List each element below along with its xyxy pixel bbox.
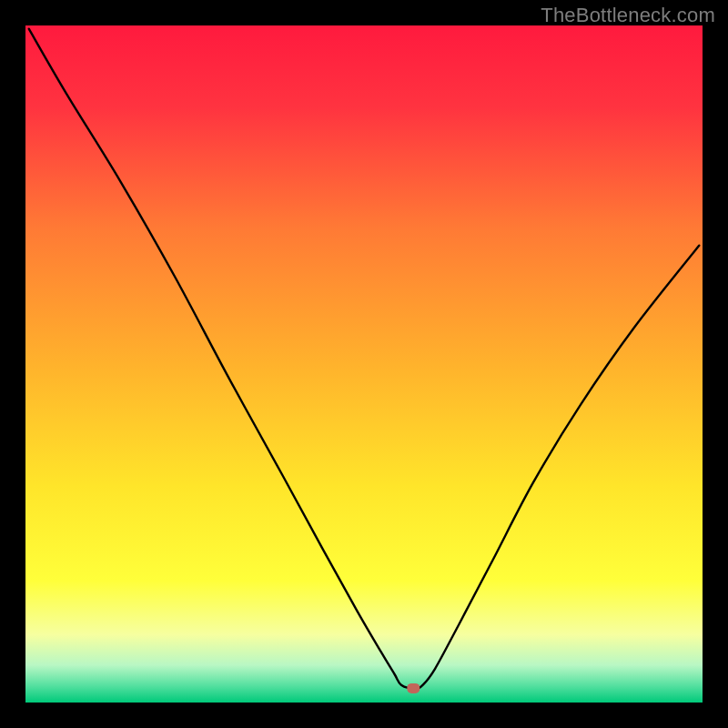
chart-frame: TheBottleneck.com: [0, 0, 728, 728]
watermark-text: TheBottleneck.com: [541, 4, 715, 27]
optimum-marker: [407, 683, 420, 693]
gradient-background: [25, 25, 703, 703]
chart-svg: [25, 25, 703, 703]
chart-plot-area: [25, 25, 703, 703]
